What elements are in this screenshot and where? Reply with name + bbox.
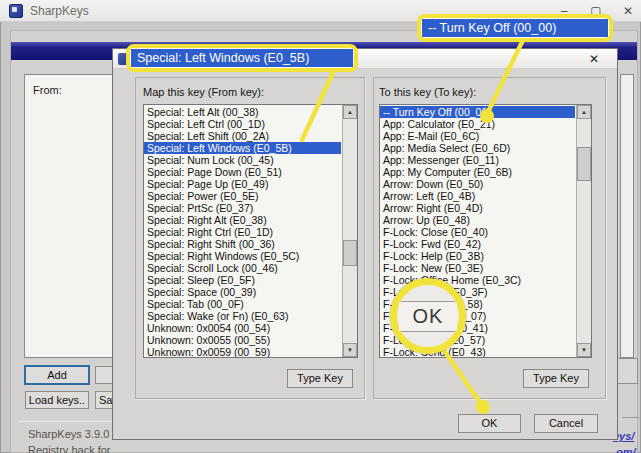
- magnifier-top-edge: [401, 301, 455, 302]
- add-key-mapping-dialog: ✕ Map this key (From key): To this key (…: [112, 48, 618, 440]
- add-button[interactable]: Add: [25, 366, 89, 384]
- save-keys-button-partial[interactable]: Sa: [95, 391, 113, 409]
- list-item[interactable]: Special: PrtSc (E0_37): [144, 202, 341, 214]
- website-link2-fragment[interactable]: om/: [616, 446, 636, 453]
- list-item[interactable]: Special: Left Ctrl (00_1D): [144, 118, 341, 130]
- load-keys-button[interactable]: Load keys..: [25, 391, 89, 409]
- status-divider-right: [622, 417, 639, 418]
- list-item[interactable]: Arrow: Up (E0_48): [380, 214, 575, 226]
- list-item[interactable]: Special: Num Lock (00_45): [144, 154, 341, 166]
- scroll-down-icon[interactable]: ▼: [343, 343, 357, 357]
- list-item[interactable]: F-Lock: Fwd (E0_42): [380, 238, 575, 250]
- status-divider-left: [18, 421, 113, 422]
- list-item[interactable]: Arrow: Right (E0_4D): [380, 202, 575, 214]
- list-item[interactable]: App: Calculator (E0_21): [380, 118, 575, 130]
- list-item[interactable]: Special: Sleep (E0_5F): [144, 274, 341, 286]
- list-item[interactable]: Unknown: 0x0059 (00_59): [144, 346, 341, 358]
- type-key-button-from[interactable]: Type Key: [287, 369, 353, 388]
- type-key-button-to[interactable]: Type Key: [523, 369, 589, 388]
- partial-button-right[interactable]: [616, 358, 638, 384]
- list-item[interactable]: Special: Left Windows (E0_5B): [144, 142, 341, 154]
- list-item[interactable]: Special: Right Shift (00_36): [144, 238, 341, 250]
- list-item[interactable]: App: Media Select (E0_6D): [380, 142, 575, 154]
- scroll-down-icon[interactable]: ▼: [577, 343, 591, 357]
- scrollbar-thumb[interactable]: [343, 240, 357, 266]
- list-item[interactable]: Special: Right Windows (E0_5C): [144, 250, 341, 262]
- list-item[interactable]: Special: Space (00_39): [144, 286, 341, 298]
- magnifier-bottom-edge: [401, 331, 455, 332]
- version-status-text: SharpKeys 3.9.0 - C: [28, 428, 112, 441]
- tagline-status-text: Registry hack for s: [28, 444, 112, 453]
- list-item[interactable]: Arrow: Left (E0_4B): [380, 190, 575, 202]
- sharpkeys-app-icon: [9, 4, 23, 18]
- scroll-up-icon[interactable]: ▲: [343, 105, 357, 119]
- dialog-close-icon[interactable]: ✕: [579, 49, 609, 69]
- from-key-listbox[interactable]: Special: Left Alt (00_38)Special: Left C…: [143, 104, 358, 358]
- list-item[interactable]: Special: Left Alt (00_38): [144, 106, 341, 118]
- list-item[interactable]: Special: Left Shift (00_2A): [144, 130, 341, 142]
- list-item[interactable]: Special: Page Up (E0_49): [144, 178, 341, 190]
- list-item[interactable]: App: E-Mail (E0_6C): [380, 130, 575, 142]
- list-item[interactable]: F-Lock: Close (E0_40): [380, 226, 575, 238]
- to-list-scrollbar[interactable]: ▲ ▼: [576, 105, 591, 357]
- list-item[interactable]: -- Turn Key Off (00_00): [380, 106, 575, 118]
- list-item[interactable]: F-Lock: Help (E0_3B): [380, 250, 575, 262]
- from-key-list: Special: Left Alt (00_38)Special: Left C…: [144, 106, 341, 357]
- main-window-title: SharpKeys: [30, 4, 89, 18]
- list-item[interactable]: Special: Right Ctrl (E0_1D): [144, 226, 341, 238]
- list-item[interactable]: Arrow: Down (E0_50): [380, 178, 575, 190]
- list-item[interactable]: Unknown: 0x0054 (00_54): [144, 322, 341, 334]
- mappings-list-panel: From:: [24, 74, 114, 358]
- ok-button[interactable]: OK: [458, 414, 521, 433]
- list-item[interactable]: Special: Page Down (E0_51): [144, 166, 341, 178]
- title-callout: Special: Left Windows (E0_5B): [126, 44, 358, 72]
- mappings-list-panel-right-edge: [620, 74, 634, 358]
- list-item[interactable]: F-Lock: New (E0_3E): [380, 262, 575, 274]
- ok-magnifier-callout: OK: [390, 278, 466, 354]
- partial-button-row1[interactable]: [95, 366, 113, 384]
- to-key-callout-text: -- Turn Key Off (00_00): [422, 19, 608, 37]
- cancel-button[interactable]: Cancel: [534, 414, 598, 433]
- list-item[interactable]: Special: Right Alt (E0_38): [144, 214, 341, 226]
- magnified-ok-label: OK: [397, 305, 459, 328]
- scrollbar-thumb[interactable]: [577, 147, 591, 181]
- title-callout-text: Special: Left Windows (E0_5B): [131, 49, 353, 67]
- to-key-callout: -- Turn Key Off (00_00): [417, 14, 613, 42]
- list-item[interactable]: Special: Scroll Lock (00_46): [144, 262, 341, 274]
- list-item[interactable]: App: Messenger (E0_11): [380, 154, 575, 166]
- list-item[interactable]: Unknown: 0x0055 (00_55): [144, 334, 341, 346]
- close-button[interactable]: ✕: [614, 0, 641, 22]
- to-this-key-label: To this key (To key):: [379, 86, 476, 98]
- scroll-up-icon[interactable]: ▲: [577, 105, 591, 119]
- list-item[interactable]: Special: Tab (00_0F): [144, 298, 341, 310]
- list-item[interactable]: Special: Power (E0_5E): [144, 190, 341, 202]
- list-item[interactable]: App: My Computer (E0_6B): [380, 166, 575, 178]
- list-item[interactable]: Special: Wake (or Fn) (E0_63): [144, 310, 341, 322]
- map-this-key-label: Map this key (From key):: [143, 86, 264, 98]
- from-list-scrollbar[interactable]: ▲ ▼: [342, 105, 357, 357]
- from-column-header: From:: [33, 84, 62, 96]
